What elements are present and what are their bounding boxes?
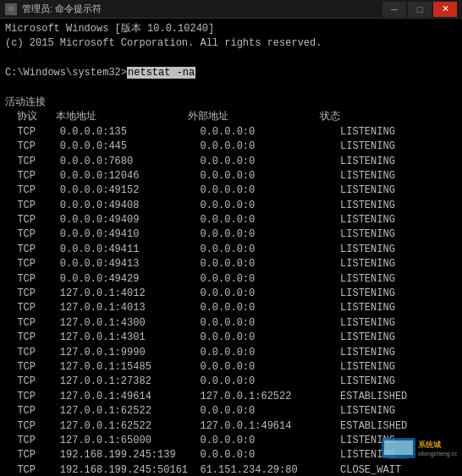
table-row: TCP 0.0.0.0:12046 0.0.0.0:0 LISTENING — [5, 169, 457, 183]
blank-line-1 — [5, 52, 457, 66]
table-row: TCP 127.0.0.1:4012 0.0.0.0:0 LISTENING — [5, 287, 457, 301]
table-row: TCP 127.0.0.1:65000 0.0.0.0:0 LISTENING — [5, 434, 457, 448]
table-row: TCP 0.0.0.0:49429 0.0.0.0:0 LISTENING — [5, 272, 457, 287]
table-row: TCP 127.0.0.1:27382 0.0.0.0:0 LISTENING — [5, 375, 457, 389]
command-text: netstat -na — [127, 67, 195, 79]
table-row: TCP 0.0.0.0:7680 0.0.0.0:0 LISTENING — [5, 155, 457, 169]
table-row: TCP 127.0.0.1:4301 0.0.0.0:0 LISTENING — [5, 331, 457, 345]
window-controls: ─ □ ✕ — [382, 2, 457, 17]
table-row: TCP 0.0.0.0:49411 0.0.0.0:0 LISTENING — [5, 243, 457, 257]
table-row: TCP 127.0.0.1:4013 0.0.0.0:0 LISTENING — [5, 301, 457, 315]
netstat-rows: TCP 0.0.0.0:135 0.0.0.0:0 LISTENING TCP … — [5, 125, 457, 476]
prompt-text: C:\Windows\system32> — [5, 67, 127, 79]
prompt-line: C:\Windows\system32>netstat -na — [5, 66, 457, 80]
blank-line-2 — [5, 81, 457, 96]
column-header: 协议 本地地址 外部地址 状态 — [5, 110, 457, 124]
table-row: TCP 127.0.0.1:62522 127.0.0.1:49614 ESTA… — [5, 419, 457, 434]
table-row: TCP 127.0.0.1:49614 127.0.0.1:62522 ESTA… — [5, 390, 457, 404]
table-row: TCP 0.0.0.0:49152 0.0.0.0:0 LISTENING — [5, 183, 457, 198]
table-row: TCP 127.0.0.1:62522 0.0.0.0:0 LISTENING — [5, 404, 457, 419]
table-row: TCP 127.0.0.1:4300 0.0.0.0:0 LISTENING — [5, 316, 457, 331]
close-button[interactable]: ✕ — [433, 2, 457, 17]
table-row: TCP 0.0.0.0:445 0.0.0.0:0 LISTENING — [5, 140, 457, 154]
table-row: TCP 0.0.0.0:49413 0.0.0.0:0 LISTENING — [5, 257, 457, 271]
title-bar: ⊞ 管理员: 命令提示符 ─ □ ✕ — [0, 0, 462, 19]
table-row: TCP 0.0.0.0:49410 0.0.0.0:0 LISTENING — [5, 227, 457, 242]
minimize-button[interactable]: ─ — [382, 2, 406, 17]
terminal-window: Microsoft Windows [版本 10.0.10240] (c) 20… — [0, 19, 462, 476]
table-row: TCP 0.0.0.0:49409 0.0.0.0:0 LISTENING — [5, 213, 457, 227]
table-row: TCP 192.168.199.245:50161 61.151.234.29:… — [5, 463, 457, 476]
win-version-line: Microsoft Windows [版本 10.0.10240] — [5, 22, 457, 36]
table-row: TCP 127.0.0.1:9990 0.0.0.0:0 LISTENING — [5, 346, 457, 360]
table-row: TCP 0.0.0.0:135 0.0.0.0:0 LISTENING — [5, 125, 457, 140]
title-bar-left: ⊞ 管理员: 命令提示符 — [5, 3, 102, 15]
cmd-icon: ⊞ — [5, 3, 17, 15]
table-row: TCP 127.0.0.1:15485 0.0.0.0:0 LISTENING — [5, 360, 457, 375]
copyright-line: (c) 2015 Microsoft Corporation. All righ… — [5, 36, 457, 51]
table-row: TCP 0.0.0.0:49408 0.0.0.0:0 LISTENING — [5, 199, 457, 213]
section-header: 活动连接 — [5, 96, 457, 110]
maximize-button[interactable]: □ — [408, 2, 432, 17]
window-title: 管理员: 命令提示符 — [22, 3, 102, 15]
table-row: TCP 192.168.199.245:139 0.0.0.0:0 LISTEN… — [5, 448, 457, 462]
